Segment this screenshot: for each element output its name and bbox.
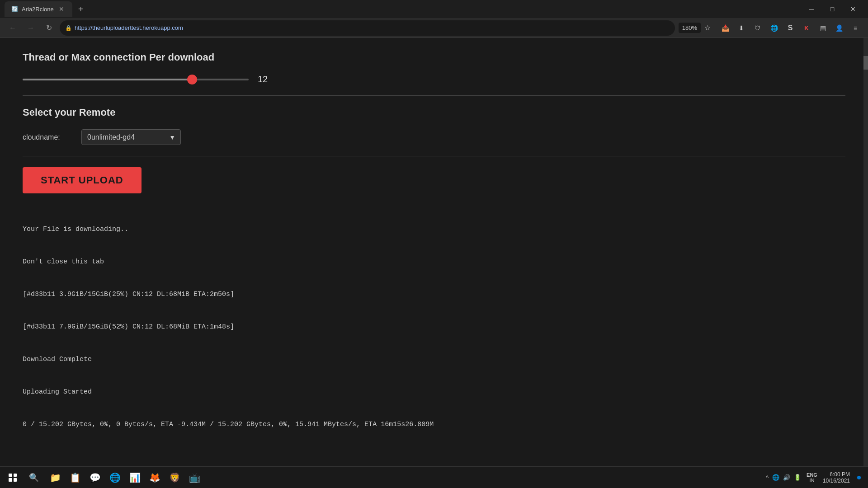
download-icon[interactable]: ⬇: [734, 21, 749, 35]
tab-close-button[interactable]: ✕: [57, 5, 66, 13]
system-tray-icons: ^ 🌐 🔊 🔋: [766, 474, 801, 481]
close-button[interactable]: ✕: [843, 0, 863, 18]
search-icon: 🔍: [29, 473, 39, 483]
cloudname-select[interactable]: 0unlimited-gd4: [81, 129, 181, 145]
maximize-button[interactable]: □: [822, 0, 843, 18]
tab-favicon: 🔄: [11, 6, 18, 12]
app-2-icon: 📋: [70, 472, 81, 483]
taskbar-apps: 📁 📋 💬 🌐 📊 🦊 🦁 📺: [46, 469, 203, 487]
forward-button[interactable]: →: [24, 21, 38, 35]
cloudname-select-wrapper: 0unlimited-gd4 ▼: [81, 129, 181, 145]
pocket-icon[interactable]: 📥: [718, 21, 732, 35]
app-5-icon: 🦊: [149, 472, 160, 483]
divider-1: [23, 95, 845, 96]
profile-icon[interactable]: 👤: [832, 21, 846, 35]
sidebar-icon[interactable]: ▤: [816, 21, 830, 35]
console-line-1: Your File is downloading..: [23, 224, 845, 235]
browser-tab[interactable]: 🔄 Aria2Rclone ✕: [5, 1, 72, 17]
globe-icon[interactable]: 🌐: [767, 21, 781, 35]
divider-2: [23, 156, 845, 156]
tray-volume[interactable]: 🔊: [783, 474, 790, 481]
console-line-2: Don't close this tab: [23, 257, 845, 267]
scroll-thumb: [863, 56, 868, 70]
start-button[interactable]: [4, 469, 22, 487]
console-line-7: 0 / 15.202 GBytes, 0%, 0 Bytes/s, ETA -9…: [23, 419, 845, 430]
language-indicator[interactable]: ENG IN: [807, 472, 817, 483]
console-line-5: Download Complete: [23, 354, 845, 365]
bookmark-button[interactable]: ☆: [704, 23, 711, 32]
remote-section: Select your Remote cloudname: 0unlimited…: [23, 107, 845, 145]
taskbar-app-6[interactable]: 🦁: [165, 469, 184, 487]
console-output: Your File is downloading.. Don't close t…: [23, 202, 845, 452]
cloudname-label: cloudname:: [23, 133, 72, 141]
console-line-4: [#d33b11 7.9GiB/15GiB(52%) CN:12 DL:68Mi…: [23, 322, 845, 333]
app-6-icon: 🦁: [169, 472, 180, 483]
taskbar-app-7[interactable]: 📺: [185, 469, 203, 487]
thread-section-title: Thread or Max connection Per download: [23, 52, 845, 63]
url-text: https://theurluploaderttest.herokuapp.co…: [75, 24, 670, 31]
tray-network[interactable]: 🌐: [772, 474, 779, 481]
refresh-button[interactable]: ↻: [42, 21, 56, 35]
console-line-3: [#d33b11 3.9GiB/15GiB(25%) CN:12 DL:68Mi…: [23, 289, 845, 300]
edge-icon: 🌐: [109, 472, 121, 483]
tab-title: Aria2Rclone: [22, 6, 54, 13]
upload-section: START UPLOAD Your File is downloading.. …: [23, 167, 845, 452]
cloudname-row: cloudname: 0unlimited-gd4 ▼: [23, 129, 845, 145]
date-display: 10/16/2021: [823, 478, 850, 484]
thread-slider[interactable]: [23, 79, 249, 80]
language-region: IN: [810, 478, 815, 483]
zoom-level[interactable]: 180%: [679, 23, 701, 33]
scroll-indicator[interactable]: [863, 38, 868, 466]
app-4-icon: 📊: [129, 472, 141, 483]
taskbar-search-button[interactable]: 🔍: [25, 469, 42, 486]
title-bar: 🔄 Aria2Rclone ✕ + ─ □ ✕: [0, 0, 868, 18]
windows-icon: [9, 474, 17, 482]
time-display: 6:00 PM: [830, 471, 850, 478]
taskbar-app-3[interactable]: 💬: [86, 469, 104, 487]
shields-icon[interactable]: 🛡: [750, 21, 765, 35]
start-upload-button[interactable]: START UPLOAD: [23, 167, 142, 193]
page-content: Thread or Max connection Per download 12…: [0, 38, 868, 488]
thread-section: Thread or Max connection Per download 12: [23, 52, 845, 84]
taskbar-app-4[interactable]: 📊: [126, 469, 144, 487]
file-explorer-icon: 📁: [50, 472, 61, 483]
minimize-button[interactable]: ─: [801, 0, 822, 18]
slider-fill: [23, 79, 192, 80]
taskbar-app-2[interactable]: 📋: [66, 469, 84, 487]
console-line-6: Uploading Started: [23, 387, 845, 398]
slider-container: 12: [23, 74, 845, 84]
remote-section-title: Select your Remote: [23, 107, 845, 118]
window-controls: ─ □ ✕: [801, 0, 863, 18]
tray-chevron[interactable]: ^: [766, 474, 769, 481]
clock[interactable]: 6:00 PM 10/16/2021: [823, 471, 850, 484]
taskbar-app-5[interactable]: 🦊: [146, 469, 164, 487]
app-7-icon: 📺: [189, 472, 200, 483]
address-bar[interactable]: 🔒 https://theurluploaderttest.herokuapp.…: [60, 20, 675, 36]
slider-thumb[interactable]: [187, 75, 197, 84]
nav-bar: ← → ↻ 🔒 https://theurluploaderttest.hero…: [0, 18, 868, 38]
menu-icon[interactable]: ≡: [848, 21, 863, 35]
system-tray: ^ 🌐 🔊 🔋 ENG IN 6:00 PM 10/16/2021: [766, 471, 864, 484]
language-text: ENG: [807, 472, 817, 478]
kaspersky-icon[interactable]: K: [799, 21, 814, 35]
slider-value: 12: [258, 74, 271, 84]
toolbar-icons: 📥 ⬇ 🛡 🌐 S K ▤ 👤 ≡: [718, 21, 863, 35]
taskbar-file-explorer[interactable]: 📁: [46, 469, 64, 487]
taskbar: 🔍 📁 📋 💬 🌐 📊 🦊 🦁 📺 ^ 🌐: [0, 466, 868, 488]
lock-icon: 🔒: [65, 25, 72, 31]
new-tab-button[interactable]: +: [75, 4, 87, 14]
notification-indicator[interactable]: [857, 476, 861, 479]
taskbar-edge[interactable]: 🌐: [106, 469, 124, 487]
tray-battery[interactable]: 🔋: [794, 474, 801, 481]
app-3-icon: 💬: [90, 472, 101, 483]
browser-chrome: 🔄 Aria2Rclone ✕ + ─ □ ✕ ← → ↻ 🔒 https://…: [0, 0, 868, 38]
back-button[interactable]: ←: [5, 21, 20, 35]
s-icon[interactable]: S: [783, 21, 797, 35]
